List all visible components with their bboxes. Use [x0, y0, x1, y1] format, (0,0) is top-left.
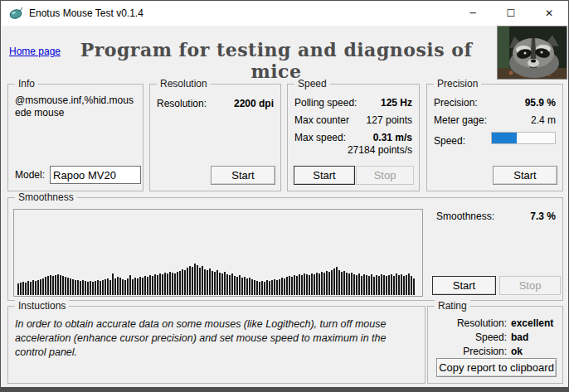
rating-row-resolution: Resolution: excellent	[431, 317, 552, 331]
rating-speed-value: bad	[511, 331, 552, 345]
meter-gage-value: 2.4 m	[531, 114, 556, 126]
info-group: Info @msmouse.inf,%hid.mousede mouse Mod…	[7, 84, 143, 191]
resolution-value: 2200 dpi	[234, 98, 274, 109]
max-speed-value: 0.31 m/s	[373, 132, 412, 143]
smoothness-stop-button[interactable]: Stop	[499, 276, 561, 295]
maximize-button[interactable]: ☐	[492, 1, 530, 26]
smoothness-label: Smoothness:	[436, 211, 494, 222]
instructions-group-title: Instuctions	[15, 300, 69, 312]
resolution-start-button[interactable]: Start	[211, 166, 275, 185]
max-counter-value: 127 points	[367, 114, 412, 126]
rating-row-precision: Precision: ok	[431, 345, 552, 359]
model-input[interactable]	[50, 166, 141, 184]
speed-stop-button[interactable]: Stop	[356, 166, 414, 185]
precision-group: Precision Precision: 95.9 % Meter gage: …	[426, 84, 563, 191]
resolution-group: Resolution Resolution: 2200 dpi Start	[149, 84, 281, 191]
instructions-group: Instuctions In order to obtain accurate …	[7, 306, 426, 384]
title-bar: Enotus Mouse Test v0.1.4 ─ ☐ ✕	[1, 1, 568, 26]
max-speed-label: Max speed:	[294, 132, 346, 143]
close-button[interactable]: ✕	[530, 1, 568, 26]
smoothness-chart	[13, 209, 423, 297]
rating-speed-label: Speed:	[431, 331, 511, 345]
precision-speed-label: Speed:	[434, 135, 465, 147]
resolution-group-title: Resolution	[157, 78, 211, 90]
window-title: Enotus Mouse Test v0.1.4	[29, 7, 143, 19]
precision-value: 95.9 %	[525, 97, 556, 109]
max-speed-sub-value: 27184 points/s	[294, 144, 412, 156]
smoothness-start-button[interactable]: Start	[432, 276, 496, 295]
polling-speed-value: 125 Hz	[381, 97, 412, 109]
app-mouse-icon	[9, 7, 23, 20]
precision-speed-progressbar	[491, 132, 556, 144]
precision-progress-fill	[492, 133, 517, 143]
rating-resolution-label: Resolution:	[431, 317, 511, 331]
copy-report-button[interactable]: Copy report to clipboard	[436, 358, 557, 377]
window-controls: ─ ☐ ✕	[454, 1, 568, 26]
resolution-label: Resolution:	[157, 98, 207, 109]
smoothness-group: Smoothness Smoothness: 7.3 % Start Stop	[7, 197, 563, 301]
minimize-button[interactable]: ─	[454, 1, 492, 26]
precision-label: Precision:	[434, 97, 478, 109]
polling-speed-label: Polling speed:	[294, 97, 357, 109]
rating-resolution-value: excellent	[511, 317, 553, 331]
meter-gage-label: Meter gage:	[434, 114, 487, 126]
rating-group-title: Rating	[435, 300, 470, 312]
app-window: Enotus Mouse Test v0.1.4 ─ ☐ ✕ Home page…	[0, 0, 569, 392]
rating-precision-label: Precision:	[431, 345, 511, 359]
rating-group: Rating Resolution: excellent Speed: bad …	[427, 306, 563, 384]
smoothness-group-title: Smoothness	[15, 191, 77, 203]
speed-start-button[interactable]: Start	[294, 166, 355, 185]
max-counter-label: Max counter	[294, 114, 349, 126]
page-title: Program for testing and diagnosis of mic…	[75, 39, 477, 82]
raccoon-image	[497, 26, 567, 80]
precision-start-button[interactable]: Start	[493, 166, 557, 185]
rating-row-speed: Speed: bad	[431, 331, 552, 345]
home-page-link[interactable]: Home page	[9, 46, 61, 57]
speed-group: Speed Polling speed: 125 Hz Max counter …	[287, 84, 420, 191]
smoothness-value: 7.3 %	[530, 211, 556, 222]
info-group-title: Info	[15, 78, 38, 90]
rating-precision-value: ok	[511, 345, 552, 359]
instructions-text: In order to obtain accurate data on some…	[15, 317, 416, 360]
device-string: @msmouse.inf,%hid.mousede mouse	[15, 94, 138, 119]
precision-group-title: Precision	[434, 78, 481, 90]
model-label: Model:	[15, 169, 45, 181]
speed-group-title: Speed	[294, 78, 330, 90]
